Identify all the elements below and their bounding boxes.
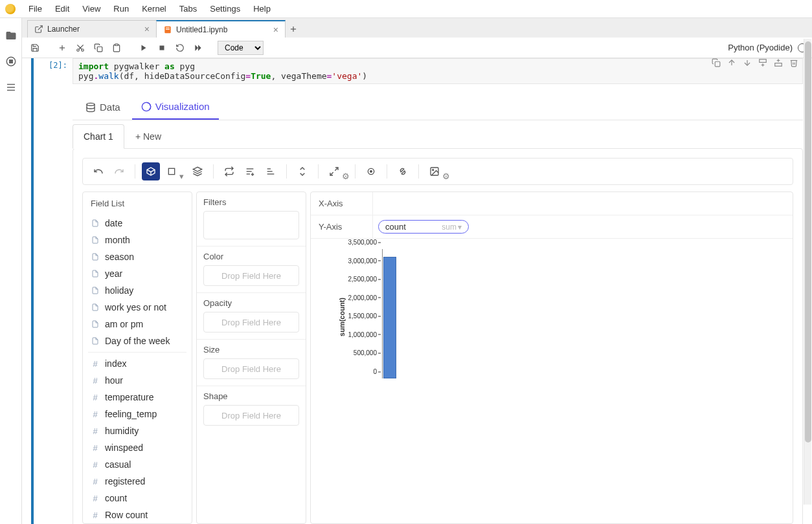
gear-icon: ▾ <box>179 171 186 178</box>
tab-notebook[interactable]: Untitled1.ipynb × <box>156 20 286 38</box>
menu-view[interactable]: View <box>76 1 107 16</box>
menu-settings[interactable]: Settings <box>203 1 247 16</box>
field-humidity[interactable]: humidity <box>83 422 192 439</box>
code-cell[interactable]: [2]: import pygwalker as pyg pyg.walk(df… <box>31 58 803 524</box>
chart-tab-1[interactable]: Chart 1 <box>73 124 124 149</box>
field-registered[interactable]: registered <box>83 473 192 490</box>
paste-button[interactable] <box>109 40 124 56</box>
sort-desc-button[interactable] <box>262 162 280 180</box>
running-sessions-icon[interactable] <box>5 56 17 67</box>
x-axis-dropzone[interactable] <box>373 192 793 215</box>
debug-button[interactable] <box>394 162 412 180</box>
axes-panel: X-Axis Y-Axis count sum ▾ <box>310 191 793 524</box>
shape-dropzone[interactable]: Drop Field Here <box>203 405 299 426</box>
field-label: am or pm <box>105 319 143 329</box>
scrollbar-thumb[interactable] <box>805 41 811 442</box>
save-button[interactable] <box>27 40 43 56</box>
field-winspeed[interactable]: winspeed <box>83 439 192 456</box>
insert-below-icon[interactable] <box>774 58 783 67</box>
menu-run[interactable]: Run <box>107 1 135 16</box>
tab-data[interactable]: Data <box>76 94 130 120</box>
add-cell-button[interactable] <box>54 40 70 56</box>
stack-button[interactable] <box>188 162 207 180</box>
run-button[interactable] <box>136 40 152 56</box>
mark-type-button[interactable] <box>163 162 181 180</box>
size-dropzone[interactable]: Drop Field Here <box>203 358 299 379</box>
opacity-dropzone[interactable]: Drop Field Here <box>203 312 299 333</box>
field-day-of-the-week[interactable]: Day of the week <box>83 333 192 349</box>
axis-resize-button[interactable] <box>293 162 311 180</box>
field-hour[interactable]: hour <box>83 372 192 389</box>
cell-type-select[interactable]: Code <box>218 41 264 55</box>
move-up-icon[interactable] <box>727 58 736 67</box>
code-input[interactable]: import pygwalker as pyg pyg.walk(df, hid… <box>73 58 803 84</box>
y-tick: 3,000,000 <box>348 257 378 264</box>
chip-field: count <box>385 222 406 232</box>
filters-dropzone[interactable] <box>203 211 299 239</box>
insert-above-icon[interactable] <box>758 58 767 67</box>
scrollbar[interactable] <box>804 39 811 505</box>
cut-button[interactable] <box>73 40 88 56</box>
field-casual[interactable]: casual <box>83 456 192 473</box>
menu-edit[interactable]: Edit <box>49 1 76 16</box>
field-work-yes-or-not[interactable]: work yes or not <box>83 299 192 316</box>
restart-button[interactable] <box>172 40 188 56</box>
color-dropzone[interactable]: Drop Field Here <box>203 265 299 286</box>
tab-launcher[interactable]: Launcher × <box>27 20 157 38</box>
new-tab-button[interactable] <box>285 21 302 38</box>
menu-kernel[interactable]: Kernel <box>135 1 173 16</box>
y-axis-chip[interactable]: count sum ▾ <box>378 220 469 234</box>
field-month[interactable]: month <box>83 232 192 248</box>
restart-run-all-button[interactable] <box>190 40 206 56</box>
field-label: registered <box>105 476 145 486</box>
field-holiday[interactable]: holiday <box>83 282 192 299</box>
field-label: hour <box>105 375 123 386</box>
svg-rect-23 <box>715 61 720 67</box>
field-year[interactable]: year <box>83 265 192 282</box>
redo-button[interactable] <box>110 162 128 180</box>
chip-agg[interactable]: sum ▾ <box>442 223 462 232</box>
toc-icon[interactable] <box>5 82 17 93</box>
menu-help[interactable]: Help <box>247 1 277 16</box>
delete-cell-icon[interactable] <box>789 58 798 67</box>
svg-point-32 <box>87 103 95 105</box>
chart-tab-new[interactable]: + New <box>124 124 172 149</box>
duplicate-icon[interactable] <box>712 58 721 67</box>
field-row-count[interactable]: Row count <box>83 507 192 523</box>
menu-tabs[interactable]: Tabs <box>173 1 203 16</box>
copy-button[interactable] <box>91 40 106 56</box>
field-temperature[interactable]: temperature <box>83 389 192 406</box>
svg-marker-19 <box>142 45 146 50</box>
svg-marker-21 <box>195 45 198 50</box>
field-feeling_temp[interactable]: feeling_temp <box>83 406 192 422</box>
string-icon <box>91 286 100 295</box>
field-am-or-pm[interactable]: am or pm <box>83 316 192 333</box>
field-season[interactable]: season <box>83 248 192 265</box>
menu-file[interactable]: File <box>22 1 49 16</box>
field-label: count <box>105 493 127 503</box>
aggregate-button[interactable] <box>142 162 160 180</box>
y-axis-label: Y-Axis <box>311 215 373 238</box>
close-icon[interactable]: × <box>273 25 278 35</box>
move-down-icon[interactable] <box>743 58 752 67</box>
hash-icon <box>91 477 100 486</box>
undo-button[interactable] <box>89 162 107 180</box>
field-date[interactable]: date <box>83 215 192 232</box>
svg-point-48 <box>433 169 434 171</box>
export-image-button[interactable] <box>425 162 444 180</box>
transpose-button[interactable] <box>220 162 238 180</box>
field-index[interactable]: index <box>83 355 192 372</box>
field-count[interactable]: count <box>83 490 192 507</box>
hash-icon <box>91 443 100 452</box>
kernel-name[interactable]: Python (Pyodide) <box>728 43 793 52</box>
sort-asc-button[interactable] <box>241 162 259 180</box>
folder-icon[interactable] <box>5 30 17 41</box>
close-icon[interactable]: × <box>144 24 150 34</box>
stop-button[interactable] <box>154 40 170 56</box>
layout-button[interactable] <box>325 162 343 180</box>
y-axis-dropzone[interactable]: count sum ▾ <box>373 215 793 238</box>
coord-button[interactable] <box>362 162 380 180</box>
hash-icon <box>91 359 100 368</box>
field-label: holiday <box>105 285 133 296</box>
tab-visualization[interactable]: Visualization <box>132 94 219 120</box>
